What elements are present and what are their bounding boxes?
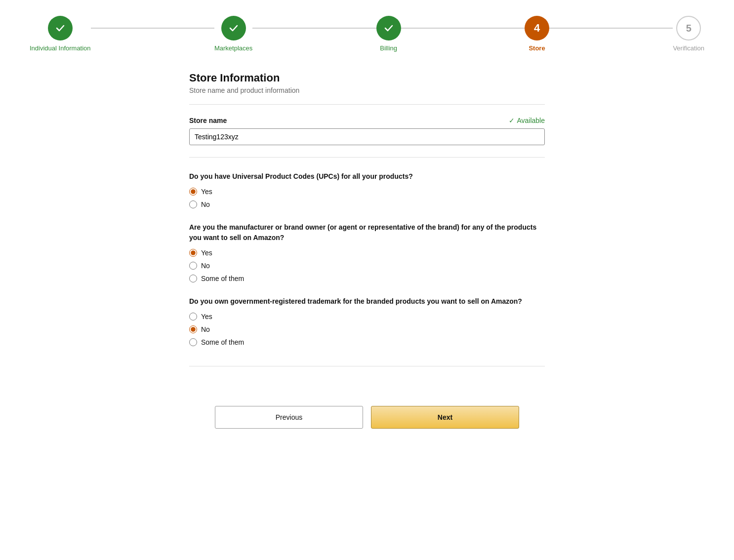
section-subtitle: Store name and product information: [189, 86, 545, 94]
step-circle-3: [376, 16, 401, 40]
section-header: Store Information Store name and product…: [189, 72, 545, 94]
divider-bottom: [189, 366, 545, 366]
svg-point-1: [227, 21, 241, 35]
manufacturer-no-option[interactable]: No: [189, 262, 545, 270]
manufacturer-question-section: Are you the manufacturer or brand owner …: [189, 222, 545, 282]
checkmark-icon-available: ✓: [509, 117, 515, 124]
trademark-no-radio[interactable]: [189, 325, 197, 333]
manufacturer-some-label: Some of them: [201, 275, 244, 282]
manufacturer-yes-radio[interactable]: [189, 249, 197, 257]
trademark-some-label: Some of them: [201, 338, 244, 346]
trademark-some-option[interactable]: Some of them: [189, 338, 545, 346]
manufacturer-yes-option[interactable]: Yes: [189, 249, 545, 257]
trademark-no-option[interactable]: No: [189, 325, 545, 333]
checkmark-icon-1: [53, 21, 67, 35]
step-circle-1: [48, 16, 73, 40]
manufacturer-some-option[interactable]: Some of them: [189, 275, 545, 282]
step-label-2: Marketplaces: [214, 44, 252, 52]
previous-button[interactable]: Previous: [215, 406, 363, 429]
checkmark-icon-3: [382, 21, 396, 35]
connector-4-5: [549, 28, 673, 29]
manufacturer-yes-label: Yes: [201, 249, 212, 257]
divider-middle: [189, 157, 545, 158]
next-button[interactable]: Next: [371, 406, 519, 429]
svg-point-0: [53, 21, 67, 35]
upc-no-radio[interactable]: [189, 200, 197, 208]
manufacturer-no-radio[interactable]: [189, 262, 197, 270]
upc-question-text: Do you have Universal Product Codes (UPC…: [189, 171, 545, 182]
step-store: 4 Store: [525, 16, 549, 52]
trademark-some-radio[interactable]: [189, 338, 197, 346]
connector-1-2: [91, 28, 214, 29]
upc-question-section: Do you have Universal Product Codes (UPC…: [189, 171, 545, 208]
connector-2-3: [252, 28, 376, 29]
trademark-question-section: Do you own government-registered tradema…: [189, 296, 545, 346]
store-name-input[interactable]: [189, 128, 545, 145]
step-label-1: Individual Information: [30, 44, 91, 52]
step-label-3: Billing: [380, 44, 397, 52]
step-circle-4: 4: [525, 16, 549, 40]
trademark-yes-label: Yes: [201, 313, 212, 320]
button-row: Previous Next: [189, 396, 545, 448]
trademark-no-label: No: [201, 325, 210, 333]
upc-no-option[interactable]: No: [189, 200, 545, 208]
trademark-yes-option[interactable]: Yes: [189, 313, 545, 320]
divider-top: [189, 104, 545, 105]
step-circle-5: 5: [676, 16, 701, 40]
trademark-question-text: Do you own government-registered tradema…: [189, 296, 545, 307]
upc-no-label: No: [201, 200, 210, 208]
svg-point-2: [382, 21, 396, 35]
manufacturer-some-radio[interactable]: [189, 275, 197, 282]
upc-yes-option[interactable]: Yes: [189, 188, 545, 196]
main-content: Store Information Store name and product…: [169, 62, 565, 468]
step-verification: 5 Verification: [673, 16, 704, 52]
store-name-section: Store name ✓ Available: [189, 117, 545, 145]
store-name-field-row: Store name ✓ Available: [189, 117, 545, 124]
availability-text: Available: [517, 117, 545, 124]
upc-yes-label: Yes: [201, 188, 212, 196]
step-label-4: Store: [529, 44, 545, 52]
store-name-label: Store name: [189, 117, 227, 124]
step-billing: Billing: [376, 16, 401, 52]
manufacturer-question-text: Are you the manufacturer or brand owner …: [189, 222, 545, 243]
step-individual-information: Individual Information: [30, 16, 91, 52]
upc-yes-radio[interactable]: [189, 188, 197, 196]
manufacturer-no-label: No: [201, 262, 210, 270]
checkmark-icon-2: [227, 21, 241, 35]
trademark-yes-radio[interactable]: [189, 313, 197, 320]
connector-3-4: [401, 28, 525, 29]
progress-bar: Individual Information Marketplaces Bill…: [0, 0, 734, 62]
step-label-5: Verification: [673, 44, 704, 52]
availability-badge: ✓ Available: [509, 117, 545, 124]
step-circle-2: [221, 16, 246, 40]
section-title: Store Information: [189, 72, 545, 84]
step-marketplaces: Marketplaces: [214, 16, 252, 52]
